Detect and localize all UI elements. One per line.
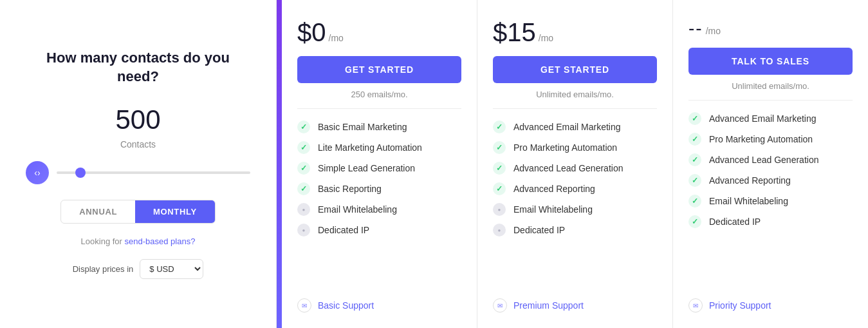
plan-enterprise-features: Advanced Email Marketing Pro Marketing A…	[688, 112, 853, 294]
currency-row: Display prices in $ USD € EUR £ GBP	[73, 259, 204, 279]
headset-icon: ✉	[297, 298, 311, 313]
check-icon	[297, 121, 310, 133]
feature-label: Basic Email Marketing	[318, 122, 407, 132]
feature-whitelabeling-ent: Email Whitelabeling	[688, 195, 853, 207]
feature-dedicated-ip-starter: Dedicated IP	[493, 224, 657, 236]
slider-arrow-button[interactable]: ‹›	[26, 161, 49, 184]
feature-label: Email Whitelabeling	[513, 204, 593, 215]
check-icon	[297, 182, 310, 195]
check-icon	[688, 174, 701, 187]
feature-advanced-email: Advanced Email Marketing	[493, 121, 657, 133]
feature-label: Dedicated IP	[709, 217, 761, 227]
currency-label: Display prices in	[73, 264, 134, 274]
monthly-button[interactable]: MONTHLY	[135, 200, 215, 223]
slider-container: ‹›	[26, 161, 250, 184]
dot-icon	[493, 203, 506, 216]
plan-free-price-suffix: /mo	[329, 33, 344, 43]
contacts-slider[interactable]	[57, 171, 250, 174]
feature-adv-email-ent: Advanced Email Marketing	[688, 112, 853, 125]
feature-label: Advanced Reporting	[513, 184, 595, 194]
feature-label: Basic Reporting	[318, 184, 382, 194]
feature-label: Advanced Email Marketing	[709, 113, 817, 124]
dot-icon	[297, 203, 310, 216]
send-based-prefix: Looking for	[81, 236, 125, 246]
plans-area: $0 /mo GET STARTED 250 emails/mo. Basic …	[282, 0, 868, 328]
support-label: Premium Support	[513, 300, 584, 311]
feature-adv-report-ent: Advanced Reporting	[688, 174, 853, 187]
plan-starter-emails: Unlimited emails/mo.	[493, 90, 657, 109]
feature-lite-automation: Lite Marketing Automation	[297, 141, 461, 154]
feature-basic-email: Basic Email Marketing	[297, 121, 461, 133]
check-icon	[688, 215, 701, 228]
feature-simple-lead: Simple Lead Generation	[297, 162, 461, 175]
feature-label: Simple Lead Generation	[318, 163, 415, 173]
feature-label: Lite Marketing Automation	[318, 142, 422, 153]
feature-label: Advanced Reporting	[709, 175, 791, 186]
dot-icon	[297, 224, 310, 236]
feature-advanced-reporting: Advanced Reporting	[493, 182, 657, 195]
check-icon	[493, 182, 506, 195]
feature-label: Email Whitelabeling	[709, 196, 788, 206]
feature-pro-automation: Pro Marketing Automation	[493, 141, 657, 154]
plan-starter-support: ✉ Premium Support	[493, 298, 657, 313]
currency-select[interactable]: $ USD € EUR £ GBP	[140, 259, 203, 279]
plan-starter-cta[interactable]: GET STARTED	[493, 56, 657, 83]
plan-free: $0 /mo GET STARTED 250 emails/mo. Basic …	[282, 0, 477, 328]
feature-label: Advanced Email Marketing	[513, 122, 621, 132]
plan-free-price: $0 /mo	[297, 18, 461, 47]
feature-basic-reporting: Basic Reporting	[297, 182, 461, 195]
plan-free-price-main: $0	[297, 18, 326, 47]
plan-free-features: Basic Email Marketing Lite Marketing Aut…	[297, 121, 461, 294]
feature-adv-lead-ent: Advanced Lead Generation	[688, 153, 853, 166]
check-icon	[493, 162, 506, 175]
check-icon	[688, 195, 701, 207]
check-icon	[493, 121, 506, 133]
plan-enterprise-price: -- /mo	[688, 18, 853, 39]
check-icon	[297, 162, 310, 175]
check-icon	[297, 141, 310, 154]
feature-dedicated-ip: Dedicated IP	[297, 224, 461, 236]
support-label: Basic Support	[318, 300, 374, 311]
plan-enterprise-price-main: --	[688, 18, 703, 39]
feature-label: Dedicated IP	[318, 225, 369, 235]
check-icon	[688, 112, 701, 125]
feature-label: Pro Marketing Automation	[513, 142, 617, 153]
plan-starter-features: Advanced Email Marketing Pro Marketing A…	[493, 121, 657, 294]
feature-label: Pro Marketing Automation	[709, 134, 813, 144]
plan-free-cta[interactable]: GET STARTED	[297, 56, 461, 83]
plan-free-emails: 250 emails/mo.	[297, 90, 461, 109]
feature-advanced-lead: Advanced Lead Generation	[493, 162, 657, 175]
billing-toggle: ANNUAL MONTHLY	[60, 200, 215, 224]
feature-pro-auto-ent: Pro Marketing Automation	[688, 133, 853, 146]
purple-divider	[277, 0, 282, 328]
plan-enterprise: -- /mo TALK TO SALES Unlimited emails/mo…	[673, 0, 868, 328]
left-panel: How many contacts do you need? 500 Conta…	[0, 0, 277, 328]
plan-enterprise-price-suffix: /mo	[706, 26, 721, 36]
plan-enterprise-support: ✉ Priority Support	[688, 298, 853, 313]
plan-starter-price: $15 /mo	[493, 18, 657, 47]
contacts-display: 500	[115, 104, 160, 135]
feature-label: Advanced Lead Generation	[513, 163, 623, 173]
dot-icon	[493, 224, 506, 236]
annual-button[interactable]: ANNUAL	[61, 200, 135, 223]
feature-whitelabeling-starter: Email Whitelabeling	[493, 203, 657, 216]
headset-icon: ✉	[493, 298, 507, 313]
contacts-number: 500	[115, 104, 160, 135]
feature-label: Dedicated IP	[513, 225, 565, 235]
plan-starter-price-main: $15	[493, 18, 536, 47]
support-label: Priority Support	[709, 300, 771, 311]
check-icon	[493, 141, 506, 154]
plan-starter-price-suffix: /mo	[539, 33, 553, 43]
check-icon	[688, 133, 701, 146]
feature-whitelabeling: Email Whitelabeling	[297, 203, 461, 216]
plan-enterprise-emails: Unlimited emails/mo.	[688, 81, 853, 101]
plan-free-support: ✉ Basic Support	[297, 298, 461, 313]
headset-icon: ✉	[688, 298, 703, 313]
send-based-text: Looking for send-based plans?	[81, 236, 196, 246]
plan-starter: $15 /mo GET STARTED Unlimited emails/mo.…	[477, 0, 673, 328]
feature-label: Advanced Lead Generation	[709, 155, 818, 165]
feature-label: Email Whitelabeling	[318, 204, 397, 215]
contacts-label: Contacts	[120, 139, 156, 150]
plan-enterprise-cta[interactable]: TALK TO SALES	[688, 48, 853, 75]
send-based-link[interactable]: send-based plans?	[125, 236, 196, 246]
